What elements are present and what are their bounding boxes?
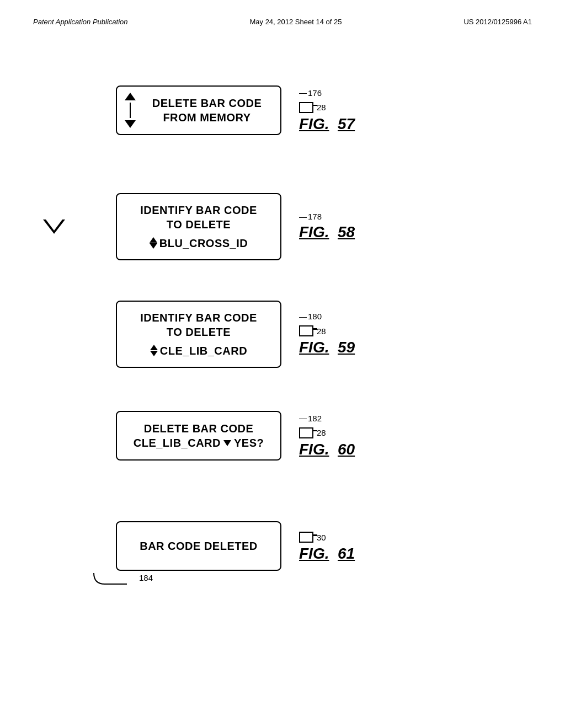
fig60-title: FIG. 60	[299, 441, 355, 458]
figure-61-container: BAR CODE DELETED 184	[33, 521, 532, 571]
vertical-line	[130, 103, 131, 118]
fig61-text: BAR CODE DELETED	[140, 539, 258, 553]
curved-line-svg	[94, 573, 138, 588]
fig60-ref-line: — 182	[299, 414, 322, 423]
fig59-screen-box: IDENTIFY BAR CODETO DELETE CLE_LIB_CARD	[116, 301, 281, 368]
fig58-left-hollow-triangle	[43, 220, 65, 234]
fig57-ref-number: 176	[308, 88, 322, 98]
figure-58-container: IDENTIFY BAR CODETO DELETE BLU_CROSS_ID	[33, 193, 532, 260]
fig60-ref-number: 182	[308, 414, 322, 423]
fig59-device-rectangle	[299, 325, 313, 336]
page: Patent Application Publication May 24, 2…	[0, 0, 565, 728]
figure-59-row: IDENTIFY BAR CODETO DELETE CLE_LIB_CARD	[33, 301, 532, 368]
fig57-dash: —	[299, 88, 307, 97]
fig60-device-corner-line	[312, 430, 317, 432]
fig61-ref-184: 184	[139, 573, 153, 582]
figure-60-row: DELETE BAR CODE CLE_LIB_CARD YES? — 182	[33, 411, 532, 461]
fig61-device-corner-line	[312, 534, 317, 536]
fig61-ref-below: 184	[94, 573, 153, 588]
fig58-screen-box: IDENTIFY BAR CODETO DELETE BLU_CROSS_ID	[116, 193, 281, 260]
fig59-barcode-id: CLE_LIB_CARD	[150, 344, 247, 358]
fig58-barcode-id: BLU_CROSS_ID	[150, 236, 248, 250]
fig60-title-text: FIG.	[299, 441, 329, 458]
triangle-up-icon	[125, 93, 136, 100]
fig57-updown-arrow	[125, 93, 136, 128]
fig61-device-icon: 30	[299, 532, 326, 543]
fig58-number: 58	[338, 223, 355, 240]
fig59-device-icon: 28	[299, 325, 326, 336]
fig61-device-rectangle	[299, 532, 313, 543]
fig57-title-text: FIG.	[299, 115, 329, 132]
fig60-confirm-line: CLE_LIB_CARD YES?	[134, 436, 264, 450]
header-date-sheet: May 24, 2012 Sheet 14 of 25	[249, 18, 342, 26]
fig57-ref-line: — 176	[299, 88, 322, 98]
fig59-diamond-down-icon	[150, 351, 158, 356]
down-arrow-icon	[223, 440, 231, 446]
fig57-annotation: — 176 28 FIG. 57	[299, 88, 355, 133]
header: Patent Application Publication May 24, 2…	[33, 18, 532, 26]
device-corner-line	[312, 105, 317, 106]
fig59-annotation: — 180 28 FIG. 59	[299, 312, 355, 356]
fig57-number: 57	[338, 115, 355, 132]
fig58-title-text: FIG.	[299, 223, 329, 240]
fig60-number: 60	[338, 441, 355, 458]
fig59-box-wrapper: IDENTIFY BAR CODETO DELETE CLE_LIB_CARD	[72, 301, 281, 368]
figure-61-row: BAR CODE DELETED 184	[33, 521, 532, 571]
fig59-number: 59	[338, 339, 355, 356]
figure-57-row: DELETE BAR CODEFROM MEMORY — 176 28	[33, 85, 532, 135]
fig61-screen-box: BAR CODE DELETED	[116, 521, 281, 571]
fig59-diamond-arrows-icon	[150, 345, 158, 356]
fig59-title-text: FIG.	[299, 339, 329, 356]
diamond-arrows-icon	[150, 237, 157, 249]
fig61-box-wrapper: BAR CODE DELETED 184	[72, 521, 281, 571]
figure-58-row: IDENTIFY BAR CODETO DELETE BLU_CROSS_ID	[33, 193, 532, 260]
fig61-annotation: 30 FIG. 61	[299, 529, 355, 563]
figure-59-container: IDENTIFY BAR CODETO DELETE CLE_LIB_CARD	[33, 301, 532, 368]
fig60-device-number: 28	[317, 428, 326, 437]
fig58-title: FIG. 58	[299, 223, 355, 241]
device-rectangle	[299, 102, 313, 113]
fig58-ref-number: 178	[308, 212, 322, 221]
fig60-annotation: — 182 28 FIG. 60	[299, 414, 355, 458]
fig60-screen-box: DELETE BAR CODE CLE_LIB_CARD YES?	[116, 411, 281, 461]
fig57-box-wrapper: DELETE BAR CODEFROM MEMORY	[72, 85, 281, 135]
fig61-title: FIG. 61	[299, 545, 355, 563]
fig61-device-number: 30	[317, 533, 326, 542]
fig57-device-number: 28	[317, 103, 326, 112]
header-patent-number: US 2012/0125996 A1	[463, 18, 532, 26]
diamond-down-icon	[150, 243, 157, 249]
header-publication-label: Patent Application Publication	[33, 18, 128, 26]
fig59-ref-line: — 180	[299, 312, 322, 321]
fig61-number: 61	[338, 545, 355, 562]
fig59-device-number: 28	[317, 326, 326, 336]
fig57-text: DELETE BAR CODEFROM MEMORY	[152, 96, 262, 125]
fig58-box-wrapper: IDENTIFY BAR CODETO DELETE BLU_CROSS_ID	[72, 193, 281, 260]
fig58-ref-line: — 178	[299, 212, 322, 221]
hollow-down-triangle-icon	[43, 220, 65, 234]
figure-60-container: DELETE BAR CODE CLE_LIB_CARD YES? — 182	[33, 411, 532, 461]
fig59-title: FIG. 59	[299, 339, 355, 356]
fig58-dash: —	[299, 212, 307, 221]
figure-57-container: DELETE BAR CODEFROM MEMORY — 176 28	[33, 85, 532, 135]
fig59-ref-number: 180	[308, 312, 322, 321]
fig60-device-rectangle	[299, 427, 313, 438]
fig59-diamond-up-icon	[150, 345, 158, 350]
diamond-up-icon	[150, 237, 157, 243]
fig60-text: DELETE BAR CODE CLE_LIB_CARD YES?	[134, 421, 264, 450]
fig59-text: IDENTIFY BAR CODETO DELETE CLE_LIB_CARD	[140, 311, 257, 358]
fig60-box-wrapper: DELETE BAR CODE CLE_LIB_CARD YES?	[72, 411, 281, 461]
fig60-device-icon: 28	[299, 427, 326, 438]
fig59-dash: —	[299, 312, 307, 321]
triangle-down-icon	[125, 120, 136, 128]
fig57-screen-box: DELETE BAR CODEFROM MEMORY	[116, 85, 281, 135]
fig61-title-text: FIG.	[299, 545, 329, 562]
fig59-device-corner-line	[312, 328, 317, 330]
fig57-title: FIG. 57	[299, 115, 355, 133]
fig58-text: IDENTIFY BAR CODETO DELETE BLU_CROSS_ID	[140, 203, 257, 250]
fig58-annotation: — 178 FIG. 58	[299, 212, 355, 241]
main-content: DELETE BAR CODEFROM MEMORY — 176 28	[33, 85, 532, 695]
fig57-device-icon: 28	[299, 102, 326, 113]
fig60-dash: —	[299, 414, 307, 422]
